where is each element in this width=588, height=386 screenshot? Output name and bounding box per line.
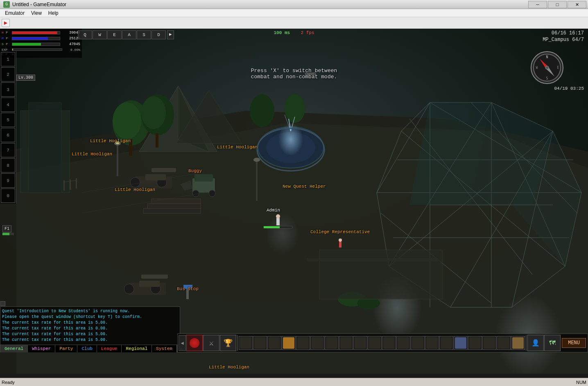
- chat-tab-general[interactable]: General: [0, 345, 28, 352]
- entity-label-hooligan1: Little Hooligan: [90, 139, 131, 143]
- hotbar-slot-2[interactable]: 2: [1, 67, 15, 82]
- quick-slot-2[interactable]: [253, 336, 267, 350]
- f1-label[interactable]: F1: [2, 225, 11, 232]
- hotbar-slot-7[interactable]: 7: [1, 143, 15, 157]
- game-area[interactable]: H P 39044 M P 25126 S P: [0, 29, 588, 374]
- svg-text:W: W: [536, 66, 538, 70]
- hp-bar: [12, 32, 57, 34]
- action-btn-combat[interactable]: ⚔: [203, 335, 219, 351]
- quick-slot-9-icon: [355, 337, 366, 349]
- svg-line-14: [512, 131, 553, 307]
- quick-slot-3[interactable]: [267, 336, 281, 350]
- key-expand-arrow[interactable]: ▶: [167, 30, 174, 39]
- quick-slot-5[interactable]: [296, 336, 310, 350]
- action-btn-target[interactable]: [186, 335, 203, 351]
- quick-slot-9[interactable]: [353, 336, 367, 350]
- chat-tab-party[interactable]: Party: [55, 345, 77, 352]
- hotbar-slot-4[interactable]: 4: [1, 98, 15, 112]
- hotbar-slot-5[interactable]: 5: [1, 113, 15, 127]
- chat-log: Quest 'Introduction to New Students' is …: [0, 307, 180, 345]
- quick-slot-12-icon: [398, 337, 409, 349]
- key-q[interactable]: Q: [78, 30, 92, 39]
- chat-tab-whisper[interactable]: Whisper: [28, 345, 55, 352]
- quick-slot-19[interactable]: [497, 336, 511, 350]
- close-button[interactable]: ✕: [568, 1, 586, 8]
- hotbar-slot-9[interactable]: 9: [1, 173, 15, 188]
- action-btns-right: 👤 🗺: [527, 335, 561, 351]
- quick-slot-11[interactable]: [382, 336, 396, 350]
- quick-slot-18[interactable]: [482, 336, 496, 350]
- key-d[interactable]: D: [152, 30, 166, 39]
- svg-point-45: [258, 127, 323, 168]
- quick-slot-15-icon: [441, 337, 452, 349]
- quick-slot-7[interactable]: [325, 336, 339, 350]
- map-icon: 🗺: [549, 339, 556, 347]
- quick-slot-20-icon: [512, 337, 524, 349]
- menu-view[interactable]: View: [28, 9, 45, 17]
- chat-line: The current tax rate for this area is 5.…: [2, 332, 178, 337]
- menu-button[interactable]: MENU: [562, 338, 586, 348]
- svg-rect-74: [339, 242, 341, 247]
- quick-slot-8[interactable]: [339, 336, 353, 350]
- title-bar: G Untitled - GameEmulator ─ □ ✕: [0, 0, 588, 9]
- quick-slot-20[interactable]: [511, 336, 525, 350]
- minimize-button[interactable]: ─: [528, 1, 547, 8]
- menu-emulator[interactable]: Emulator: [2, 9, 28, 17]
- svg-point-80: [357, 297, 380, 309]
- action-btn-trophy[interactable]: 🏆: [220, 335, 236, 351]
- quick-slot-16[interactable]: [454, 336, 468, 350]
- play-button[interactable]: ▶: [2, 19, 10, 27]
- svg-rect-39: [152, 168, 176, 172]
- quick-slot-12[interactable]: [396, 336, 410, 350]
- maximize-button[interactable]: □: [548, 1, 567, 8]
- quick-slot-15[interactable]: [439, 336, 453, 350]
- action-btn-char[interactable]: 👤: [527, 335, 544, 351]
- quick-slot-1[interactable]: [239, 336, 253, 350]
- mp-p-label: P: [6, 36, 8, 40]
- svg-rect-60: [117, 143, 118, 176]
- key-s[interactable]: S: [137, 30, 151, 39]
- svg-rect-77: [183, 285, 192, 289]
- svg-line-22: [471, 102, 577, 213]
- quick-slot-17[interactable]: [468, 336, 482, 350]
- sp-bar-container: [12, 43, 60, 46]
- svg-point-34: [285, 94, 305, 123]
- chat-tab-regional[interactable]: Regional: [122, 345, 152, 352]
- key-e[interactable]: E: [107, 30, 122, 39]
- entity-label-buggy: Buggy: [188, 168, 202, 173]
- svg-line-50: [285, 115, 291, 131]
- chat-line: The current tax rate for this area is 0.…: [2, 326, 178, 332]
- svg-point-27: [113, 100, 149, 145]
- svg-marker-4: [178, 86, 209, 152]
- chat-tab-system[interactable]: System: [152, 345, 177, 352]
- quick-slot-14[interactable]: [425, 336, 439, 350]
- quick-slot-5-icon: [297, 337, 309, 349]
- hotbar-slot-1[interactable]: 1: [1, 52, 15, 66]
- quick-slot-4[interactable]: [282, 336, 296, 350]
- chat-tab-club[interactable]: Club: [77, 345, 97, 352]
- hotbar-slot-0[interactable]: 0: [1, 188, 15, 203]
- quick-slot-6[interactable]: [310, 336, 324, 350]
- key-w[interactable]: W: [93, 30, 107, 39]
- quick-slot-13[interactable]: [411, 336, 425, 350]
- compass-svg: N S W E: [533, 53, 561, 82]
- map-name: MP_Campus 64/7: [543, 37, 584, 43]
- quick-slot-10[interactable]: [368, 336, 382, 350]
- quick-slots-nav-left[interactable]: ◀: [179, 335, 186, 351]
- hp-h-label: H: [2, 31, 4, 34]
- key-bar: Q W E A S D ▶: [78, 29, 174, 41]
- chat-tab-league[interactable]: League: [97, 345, 122, 352]
- hotbar-slot-6[interactable]: 6: [1, 128, 15, 142]
- hotbar-slot-8[interactable]: 8: [1, 158, 15, 173]
- volume-fill: [2, 233, 9, 235]
- menu-help[interactable]: Help: [45, 9, 62, 17]
- action-btn-map[interactable]: 🗺: [544, 335, 561, 351]
- quick-slot-4-icon: [283, 337, 294, 349]
- exp-value: 0.00%: [64, 48, 80, 52]
- svg-point-61: [114, 141, 121, 145]
- svg-rect-57: [143, 209, 201, 213]
- svg-line-48: [289, 119, 291, 131]
- hotbar-slot-3[interactable]: 3: [1, 82, 15, 97]
- trophy-icon: 🏆: [224, 338, 233, 347]
- key-a[interactable]: A: [122, 30, 136, 39]
